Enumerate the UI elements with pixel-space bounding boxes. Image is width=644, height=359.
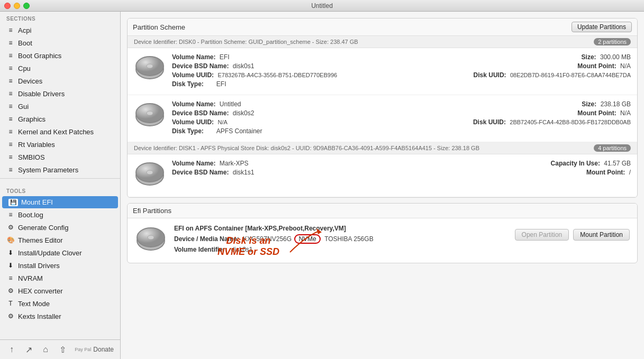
- home-icon[interactable]: ⌂: [40, 344, 51, 355]
- download-icon: ⬇: [6, 248, 15, 257]
- sidebar-item-label: SMBIOS: [18, 153, 45, 161]
- efi-device-media-row: Device / Media Name: KXG50ZNV256G NVMe T…: [174, 234, 507, 244]
- disk-icon: 💾: [8, 199, 18, 206]
- device-media-suffix: TOSHIBA 256GB: [324, 235, 374, 243]
- title-bar: Untitled: [0, 0, 644, 12]
- size-label: Size:: [582, 53, 596, 61]
- vol-uuid-untitled: N/A: [217, 119, 227, 125]
- sidebar-item-smbios[interactable]: ≡ SMBIOS: [0, 151, 120, 163]
- close-button[interactable]: [4, 3, 11, 9]
- sidebar-item-nvram[interactable]: ≡ NVRAM: [0, 272, 120, 284]
- disk-efi-icon: [134, 53, 166, 85]
- nvme-badge: NVMe: [294, 234, 320, 244]
- sidebar-item-system-parameters[interactable]: ≡ System Parameters: [0, 163, 120, 176]
- size-label2: Size:: [582, 100, 596, 108]
- maximize-button[interactable]: [23, 3, 30, 9]
- sidebar-item-label: Themes Editor: [18, 236, 63, 244]
- sidebar-item-disable-drivers[interactable]: ≡ Disable Drivers: [0, 87, 120, 100]
- vol-uuid-efi: E783267B-A4C3-3556-B751-DBED770EB996: [217, 72, 337, 78]
- disk-uuid-efi: 08E2DB7D-8619-41F0-87E6-C8AA744BE7DA: [510, 72, 631, 78]
- partition-scheme-title: Partition Scheme: [133, 23, 185, 31]
- sidebar-item-graphics[interactable]: ≡ Graphics: [0, 113, 120, 125]
- sidebar-item-devices[interactable]: ≡ Devices: [0, 75, 120, 87]
- text-icon: T: [6, 299, 15, 308]
- efi-partition-row: EFI on APFS Container [Mark-XPS,Preboot,…: [128, 218, 637, 263]
- efi-partition-details: EFI on APFS Container [Mark-XPS,Preboot,…: [174, 225, 507, 255]
- mount-point-mark-xps: /: [629, 169, 631, 176]
- bsd-mark-xps: disk1s1: [233, 169, 255, 176]
- disk-uuid-untitled: 2BB72405-FCA4-42B8-8D36-FB1728DDB0AB: [510, 119, 631, 125]
- mount-partition-button[interactable]: Mount Partition: [573, 229, 630, 241]
- sidebar-item-mount-efi[interactable]: 💾 Mount EFI: [2, 196, 118, 208]
- disk1-id-bar: Device Identifier: DISK1 - APFS Physical…: [128, 142, 637, 154]
- sidebar-item-hex-converter[interactable]: ⚙ HEX converter: [0, 284, 120, 297]
- paypal-label: Pay Pal: [75, 347, 91, 352]
- sidebar-item-label: Boot.log: [18, 211, 43, 219]
- bsd-label2: Device BSD Name:: [172, 109, 229, 117]
- vol-name-untitled: Untitled: [220, 100, 241, 108]
- lines-icon: ≡: [6, 39, 15, 47]
- size-untitled: 238.18 GB: [601, 100, 631, 108]
- sidebar-item-install-drivers[interactable]: ⬇ Install Drivers: [0, 259, 120, 272]
- sidebar-item-acpi[interactable]: ≡ Acpi: [0, 24, 120, 36]
- sidebar-item-text-mode[interactable]: T Text Mode: [0, 297, 120, 310]
- open-partition-button[interactable]: Open Partition: [515, 229, 569, 241]
- lines-icon: ≡: [6, 115, 15, 123]
- donate-area[interactable]: Pay Pal Donate: [75, 346, 114, 353]
- sidebar-item-cpu[interactable]: ≡ Cpu: [0, 62, 120, 75]
- disk0-id-text: Device Identifier: DISK0 - Partition Sch…: [134, 39, 358, 45]
- sections-label: SECTIONS: [0, 12, 120, 24]
- lines-icon: ≡: [6, 89, 15, 98]
- sidebar-item-kernel-kext[interactable]: ≡ Kernel and Kext Patches: [0, 125, 120, 138]
- download-icon: ⬇: [6, 261, 15, 270]
- lines-icon: ≡: [6, 26, 15, 34]
- lines-icon: ≡: [6, 51, 15, 60]
- disk-mark-xps-icon: [134, 160, 166, 191]
- sidebar-item-boot-graphics[interactable]: ≡ Boot Graphics: [0, 49, 120, 62]
- efi-name-label: EFI on APFS Container [Mark-XPS,Preboot,…: [174, 225, 346, 232]
- device-media-prefix: KXG50ZNV256G: [243, 235, 292, 243]
- vol-name-label: Volume Name:: [172, 53, 215, 61]
- sidebar-item-boot[interactable]: ≡ Boot: [0, 36, 120, 49]
- partition-mark-xps-details: Volume Name: Mark-XPS Capacity In Use: 4…: [172, 160, 631, 178]
- capacity-label: Capacity In Use:: [551, 160, 600, 167]
- arrow-up-icon[interactable]: ↑: [6, 344, 17, 355]
- sidebar-item-label: Gui: [18, 103, 29, 111]
- disk-type-untitled: APFS Container: [216, 127, 262, 135]
- sidebar-footer: ↑ ↗ ⌂ ⇧ Pay Pal Donate: [0, 339, 120, 359]
- sidebar-item-boot-log[interactable]: ≡ Boot.log: [0, 208, 120, 221]
- sidebar-item-gui[interactable]: ≡ Gui: [0, 100, 120, 113]
- sidebar-item-label: Install Drivers: [18, 262, 60, 270]
- palette-icon: 🎨: [6, 236, 15, 244]
- mount-point-untitled: N/A: [620, 109, 631, 117]
- sidebar-item-label: Boot Graphics: [18, 52, 61, 60]
- vol-name-label2: Volume Name:: [172, 100, 215, 108]
- disk-type-label2: Disk Type:: [172, 127, 204, 135]
- sidebar-item-themes-editor[interactable]: 🎨 Themes Editor: [0, 234, 120, 246]
- arrow-export-icon[interactable]: ↗: [23, 344, 34, 355]
- sidebar-item-install-update-clover[interactable]: ⬇ Install/Update Clover: [0, 246, 120, 259]
- sidebar-item-rt-variables[interactable]: ≡ Rt Variables: [0, 138, 120, 151]
- lines-icon: ≡: [6, 102, 15, 111]
- efi-content-area: EFI on APFS Container [Mark-XPS,Preboot,…: [128, 218, 637, 263]
- disk-type-label: Disk Type:: [172, 80, 204, 88]
- sidebar-item-label: Acpi: [18, 26, 31, 34]
- disk-untitled-icon: [134, 100, 166, 132]
- sidebar-item-generate-config[interactable]: ⚙ Generate Config: [0, 221, 120, 234]
- sidebar-item-label: Kexts Installer: [18, 312, 61, 320]
- efi-partitions-header: Efi Partitions: [128, 204, 637, 218]
- sidebar-item-label: Devices: [18, 77, 42, 85]
- sidebar-item-label: Graphics: [18, 115, 46, 123]
- update-partitions-button[interactable]: Update Partitions: [572, 22, 632, 32]
- disk-type-efi: EFI: [216, 80, 226, 88]
- vol-name-mark-xps: Mark-XPS: [220, 160, 249, 167]
- sidebar-divider: [0, 178, 120, 179]
- vol-uuid-label: Volume UUID:: [172, 71, 214, 79]
- partition-untitled-row: Volume Name: Untitled Size: 238.18 GB: [128, 95, 637, 142]
- share-icon[interactable]: ⇧: [57, 344, 68, 355]
- partition-efi-row: Volume Name: EFI Size: 300.00 MB Dev: [128, 48, 637, 95]
- minimize-button[interactable]: [14, 3, 20, 9]
- sidebar-item-kexts-installer[interactable]: ⚙ Kexts Installer: [0, 310, 120, 323]
- sidebar-item-label: Boot: [18, 39, 32, 47]
- disk1-id-text: Device Identifier: DISK1 - APFS Physical…: [134, 145, 479, 151]
